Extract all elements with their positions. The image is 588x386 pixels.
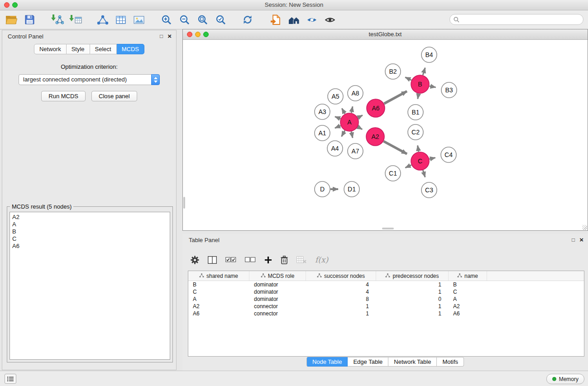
column-header-shared-name[interactable]: shared name: [188, 271, 249, 281]
edge-C-C1[interactable]: [405, 165, 411, 168]
save-session-button[interactable]: [22, 13, 37, 27]
tab-motifs[interactable]: Motifs: [437, 357, 464, 367]
memory-button[interactable]: Memory: [546, 374, 584, 384]
table-cell[interactable]: 1: [306, 303, 376, 310]
import-table-button[interactable]: [68, 13, 83, 27]
float-table-panel-icon[interactable]: □: [572, 237, 575, 243]
table-cell[interactable]: 8: [306, 295, 376, 303]
table-row[interactable]: A2connector11A2: [188, 303, 584, 310]
network-node-A[interactable]: A: [340, 113, 359, 131]
table-cell[interactable]: 4: [306, 288, 376, 295]
fullscreen-traffic-light[interactable]: [12, 2, 18, 8]
close-panel-button[interactable]: Close panel: [91, 91, 137, 101]
network-node-A6[interactable]: A6: [367, 99, 385, 117]
mcds-result-item[interactable]: B: [12, 228, 167, 235]
table-cell[interactable]: A6: [449, 310, 487, 317]
network-node-A3[interactable]: A3: [315, 104, 330, 119]
network-node-B1[interactable]: B1: [408, 105, 423, 120]
network-node-A5[interactable]: A5: [328, 89, 343, 104]
deselect-all-button[interactable]: [245, 257, 256, 262]
zoom-selected-button[interactable]: [213, 13, 228, 27]
table-cell[interactable]: 1: [376, 288, 449, 295]
delete-column-button[interactable]: [281, 256, 288, 264]
edge-C-C3[interactable]: [423, 170, 425, 177]
zoom-fit-button[interactable]: [195, 13, 210, 27]
table-cell[interactable]: dominator: [249, 288, 306, 295]
hide-panels-button[interactable]: [304, 13, 320, 27]
search-box[interactable]: [449, 14, 583, 25]
edge-C-C4[interactable]: [430, 158, 435, 159]
open-session-button[interactable]: [4, 13, 19, 27]
show-columns-button[interactable]: [208, 256, 217, 264]
edge-B-B3[interactable]: [430, 86, 436, 87]
network-node-B3[interactable]: B3: [441, 82, 457, 98]
edge-A-A5[interactable]: [342, 108, 345, 114]
table-row[interactable]: Cdominator41C: [188, 288, 584, 295]
table-cell[interactable]: dominator: [249, 281, 306, 288]
search-input[interactable]: [462, 16, 583, 24]
table-cell[interactable]: A2: [188, 303, 249, 310]
table-cell[interactable]: A2: [449, 303, 487, 310]
show-panels-button[interactable]: [322, 13, 338, 27]
edge-A6-B[interactable]: [384, 91, 407, 104]
table-cell[interactable]: 0: [376, 295, 449, 303]
network-minimize-traffic-light[interactable]: [195, 32, 201, 37]
network-window-titlebar[interactable]: testGlobe.txt: [183, 29, 588, 40]
table-cell[interactable]: dominator: [249, 295, 306, 303]
table-row[interactable]: A6connector11A6: [188, 310, 584, 317]
network-node-D[interactable]: D: [315, 181, 330, 197]
tab-style[interactable]: Style: [67, 44, 90, 54]
table-cell[interactable]: connector: [249, 303, 306, 310]
close-table-panel-icon[interactable]: ×: [579, 236, 583, 243]
refresh-button[interactable]: [240, 13, 255, 27]
column-header-successor-nodes[interactable]: successor nodes: [306, 271, 376, 281]
table-cell[interactable]: 1: [306, 310, 376, 317]
select-all-button[interactable]: [225, 257, 236, 262]
network-canvas[interactable]: B4B2BB3A8A5A6B1A3AC2A1A2A4A7C4CC1C3DD1: [183, 39, 588, 230]
mcds-result-item[interactable]: C: [12, 235, 167, 243]
table-settings-button[interactable]: [191, 256, 199, 264]
edge-B-B1[interactable]: [418, 94, 419, 99]
delete-table-button[interactable]: [296, 256, 306, 263]
new-network-button[interactable]: [95, 13, 110, 27]
resize-grip[interactable]: [582, 225, 587, 230]
edge-C-C2[interactable]: [418, 146, 419, 152]
network-node-A2[interactable]: A2: [366, 128, 384, 146]
tab-mcds[interactable]: MCDS: [117, 44, 144, 54]
table-cell[interactable]: B: [188, 281, 249, 288]
edge-B-B4[interactable]: [423, 68, 425, 75]
table-cell[interactable]: C: [449, 288, 487, 295]
window-titlebar[interactable]: Session: New Session: [0, 0, 588, 10]
home-button[interactable]: [286, 13, 301, 27]
network-node-A8[interactable]: A8: [348, 86, 363, 101]
network-node-C3[interactable]: C3: [421, 182, 437, 198]
close-panel-icon[interactable]: ×: [167, 32, 172, 40]
edge-A-A7[interactable]: [351, 132, 353, 138]
zoom-out-button[interactable]: [177, 13, 192, 27]
export-image-button[interactable]: [131, 13, 147, 27]
network-node-B[interactable]: B: [411, 75, 429, 93]
edge-A-A8[interactable]: [351, 106, 353, 113]
edge-A-A2[interactable]: [358, 127, 362, 129]
table-cell[interactable]: 1: [376, 303, 449, 310]
edge-A-A4[interactable]: [342, 130, 345, 136]
run-mcds-button[interactable]: Run MCDS: [41, 91, 86, 101]
table-cell[interactable]: B: [449, 281, 487, 288]
network-node-C[interactable]: C: [411, 152, 429, 170]
table-cell[interactable]: A: [449, 295, 487, 303]
table-cell[interactable]: A: [188, 295, 249, 303]
tab-node-table[interactable]: Node Table: [306, 357, 348, 367]
network-node-D1[interactable]: D1: [344, 181, 359, 197]
network-node-B2[interactable]: B2: [385, 64, 401, 79]
table-row[interactable]: Bdominator41B: [188, 281, 584, 288]
column-header-predecessor-nodes[interactable]: predecessor nodes: [376, 271, 449, 281]
network-node-C1[interactable]: C1: [385, 166, 401, 181]
network-zoom-traffic-light[interactable]: [203, 32, 209, 37]
mcds-result-item[interactable]: A: [12, 221, 167, 228]
tab-select[interactable]: Select: [90, 44, 117, 54]
table-cell[interactable]: C: [188, 288, 249, 295]
mcds-result-item[interactable]: A2: [12, 214, 167, 221]
network-node-B4[interactable]: B4: [421, 47, 437, 62]
tab-network[interactable]: Network: [34, 44, 67, 54]
table-row[interactable]: Adominator80A: [188, 295, 584, 303]
